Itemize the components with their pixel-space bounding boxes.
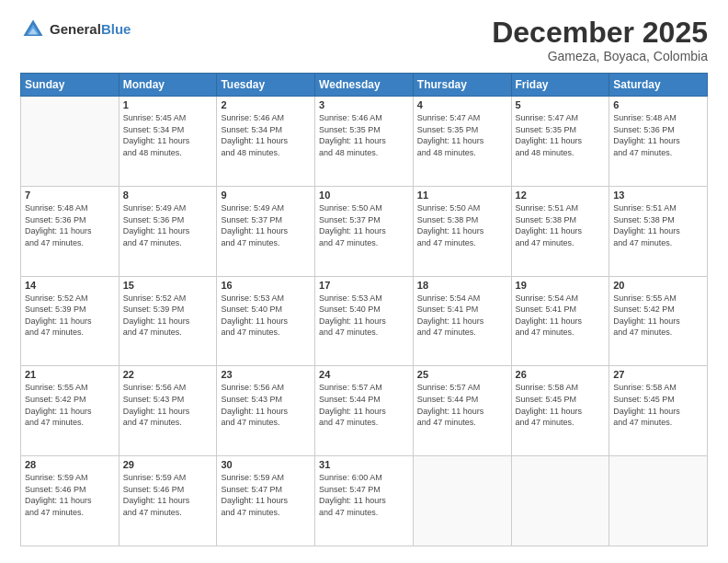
location: Gameza, Boyaca, Colombia — [492, 49, 708, 63]
day-number: 6 — [613, 99, 703, 110]
cell-info: Sunrise: 5:45 AMSunset: 5:34 PMDaylight:… — [123, 112, 213, 158]
col-sunday: Sunday — [21, 74, 119, 97]
day-number: 22 — [123, 369, 213, 380]
cell-info: Sunrise: 5:49 AMSunset: 5:36 PMDaylight:… — [123, 202, 213, 248]
day-number: 11 — [417, 190, 507, 201]
day-number: 20 — [613, 280, 703, 291]
cell-info: Sunrise: 5:54 AMSunset: 5:41 PMDaylight:… — [516, 293, 606, 339]
day-number: 1 — [123, 99, 213, 110]
calendar-cell: 20Sunrise: 5:55 AMSunset: 5:42 PMDayligh… — [609, 276, 708, 366]
day-number: 24 — [319, 369, 409, 380]
calendar-cell — [511, 456, 609, 546]
calendar-cell: 6Sunrise: 5:48 AMSunset: 5:36 PMDaylight… — [609, 97, 708, 187]
day-number: 28 — [25, 459, 115, 470]
calendar-cell: 29Sunrise: 5:59 AMSunset: 5:46 PMDayligh… — [119, 456, 217, 546]
cell-info: Sunrise: 5:50 AMSunset: 5:37 PMDaylight:… — [319, 202, 409, 248]
logo-icon — [20, 17, 46, 42]
day-number: 3 — [319, 99, 409, 110]
cell-info: Sunrise: 5:51 AMSunset: 5:38 PMDaylight:… — [516, 202, 606, 248]
day-number: 13 — [613, 190, 703, 201]
cell-info: Sunrise: 5:57 AMSunset: 5:44 PMDaylight:… — [417, 382, 507, 428]
calendar-week-row: 21Sunrise: 5:55 AMSunset: 5:42 PMDayligh… — [21, 366, 708, 456]
calendar-cell: 3Sunrise: 5:46 AMSunset: 5:35 PMDaylight… — [315, 97, 414, 187]
cell-info: Sunrise: 5:50 AMSunset: 5:38 PMDaylight:… — [417, 202, 507, 248]
day-number: 8 — [123, 190, 213, 201]
calendar-cell: 14Sunrise: 5:52 AMSunset: 5:39 PMDayligh… — [21, 276, 119, 366]
cell-info: Sunrise: 5:48 AMSunset: 5:36 PMDaylight:… — [613, 112, 703, 158]
day-number: 25 — [417, 369, 507, 380]
cell-info: Sunrise: 5:54 AMSunset: 5:41 PMDaylight:… — [417, 293, 507, 339]
calendar-cell: 9Sunrise: 5:49 AMSunset: 5:37 PMDaylight… — [217, 186, 315, 276]
day-number: 7 — [25, 190, 115, 201]
calendar-cell: 1Sunrise: 5:45 AMSunset: 5:34 PMDaylight… — [119, 97, 217, 187]
logo: GeneralBlue — [20, 17, 131, 42]
cell-info: Sunrise: 5:59 AMSunset: 5:46 PMDaylight:… — [25, 472, 115, 518]
calendar-cell: 12Sunrise: 5:51 AMSunset: 5:38 PMDayligh… — [511, 186, 609, 276]
cell-info: Sunrise: 5:53 AMSunset: 5:40 PMDaylight:… — [221, 293, 311, 339]
calendar-header-row: Sunday Monday Tuesday Wednesday Thursday… — [21, 74, 708, 97]
day-number: 16 — [221, 280, 311, 291]
day-number: 10 — [319, 190, 409, 201]
cell-info: Sunrise: 5:51 AMSunset: 5:38 PMDaylight:… — [613, 202, 703, 248]
calendar-week-row: 7Sunrise: 5:48 AMSunset: 5:36 PMDaylight… — [21, 186, 708, 276]
day-number: 9 — [221, 190, 311, 201]
page: GeneralBlue December 2025 Gameza, Boyaca… — [0, 0, 728, 563]
calendar-cell — [413, 456, 511, 546]
cell-info: Sunrise: 5:53 AMSunset: 5:40 PMDaylight:… — [319, 293, 409, 339]
cell-info: Sunrise: 6:00 AMSunset: 5:47 PMDaylight:… — [319, 472, 409, 518]
cell-info: Sunrise: 5:59 AMSunset: 5:46 PMDaylight:… — [123, 472, 213, 518]
day-number: 4 — [417, 99, 507, 110]
calendar-cell: 26Sunrise: 5:58 AMSunset: 5:45 PMDayligh… — [511, 366, 609, 456]
day-number: 21 — [25, 369, 115, 380]
calendar-cell: 30Sunrise: 5:59 AMSunset: 5:47 PMDayligh… — [217, 456, 315, 546]
cell-info: Sunrise: 5:48 AMSunset: 5:36 PMDaylight:… — [25, 202, 115, 248]
calendar-cell: 22Sunrise: 5:56 AMSunset: 5:43 PMDayligh… — [119, 366, 217, 456]
day-number: 19 — [516, 280, 606, 291]
calendar-cell: 17Sunrise: 5:53 AMSunset: 5:40 PMDayligh… — [315, 276, 414, 366]
header: GeneralBlue December 2025 Gameza, Boyaca… — [20, 17, 708, 63]
day-number: 15 — [123, 280, 213, 291]
cell-info: Sunrise: 5:49 AMSunset: 5:37 PMDaylight:… — [221, 202, 311, 248]
logo-blue: Blue — [101, 21, 131, 37]
cell-info: Sunrise: 5:46 AMSunset: 5:35 PMDaylight:… — [319, 112, 409, 158]
cell-info: Sunrise: 5:46 AMSunset: 5:34 PMDaylight:… — [221, 112, 311, 158]
calendar-cell: 13Sunrise: 5:51 AMSunset: 5:38 PMDayligh… — [609, 186, 708, 276]
col-tuesday: Tuesday — [217, 74, 315, 97]
cell-info: Sunrise: 5:59 AMSunset: 5:47 PMDaylight:… — [221, 472, 311, 518]
calendar-cell: 23Sunrise: 5:56 AMSunset: 5:43 PMDayligh… — [217, 366, 315, 456]
month-title: December 2025 — [492, 17, 708, 49]
calendar-week-row: 1Sunrise: 5:45 AMSunset: 5:34 PMDaylight… — [21, 97, 708, 187]
day-number: 27 — [613, 369, 703, 380]
calendar-cell: 31Sunrise: 6:00 AMSunset: 5:47 PMDayligh… — [315, 456, 414, 546]
calendar-cell: 21Sunrise: 5:55 AMSunset: 5:42 PMDayligh… — [21, 366, 119, 456]
calendar-cell: 7Sunrise: 5:48 AMSunset: 5:36 PMDaylight… — [21, 186, 119, 276]
col-wednesday: Wednesday — [315, 74, 414, 97]
calendar-cell: 16Sunrise: 5:53 AMSunset: 5:40 PMDayligh… — [217, 276, 315, 366]
day-number: 30 — [221, 459, 311, 470]
day-number: 26 — [516, 369, 606, 380]
day-number: 18 — [417, 280, 507, 291]
col-monday: Monday — [119, 74, 217, 97]
calendar-cell: 25Sunrise: 5:57 AMSunset: 5:44 PMDayligh… — [413, 366, 511, 456]
calendar-cell: 28Sunrise: 5:59 AMSunset: 5:46 PMDayligh… — [21, 456, 119, 546]
day-number: 17 — [319, 280, 409, 291]
logo-text: GeneralBlue — [50, 21, 131, 38]
calendar-cell: 5Sunrise: 5:47 AMSunset: 5:35 PMDaylight… — [511, 97, 609, 187]
calendar-cell: 18Sunrise: 5:54 AMSunset: 5:41 PMDayligh… — [413, 276, 511, 366]
day-number: 12 — [516, 190, 606, 201]
calendar-cell — [21, 97, 119, 187]
col-saturday: Saturday — [609, 74, 708, 97]
day-number: 29 — [123, 459, 213, 470]
cell-info: Sunrise: 5:47 AMSunset: 5:35 PMDaylight:… — [516, 112, 606, 158]
calendar-cell: 10Sunrise: 5:50 AMSunset: 5:37 PMDayligh… — [315, 186, 414, 276]
day-number: 31 — [319, 459, 409, 470]
cell-info: Sunrise: 5:58 AMSunset: 5:45 PMDaylight:… — [516, 382, 606, 428]
col-thursday: Thursday — [413, 74, 511, 97]
cell-info: Sunrise: 5:56 AMSunset: 5:43 PMDaylight:… — [221, 382, 311, 428]
cell-info: Sunrise: 5:57 AMSunset: 5:44 PMDaylight:… — [319, 382, 409, 428]
col-friday: Friday — [511, 74, 609, 97]
cell-info: Sunrise: 5:52 AMSunset: 5:39 PMDaylight:… — [25, 293, 115, 339]
calendar-week-row: 28Sunrise: 5:59 AMSunset: 5:46 PMDayligh… — [21, 456, 708, 546]
calendar-cell: 27Sunrise: 5:58 AMSunset: 5:45 PMDayligh… — [609, 366, 708, 456]
calendar-table: Sunday Monday Tuesday Wednesday Thursday… — [20, 73, 708, 546]
